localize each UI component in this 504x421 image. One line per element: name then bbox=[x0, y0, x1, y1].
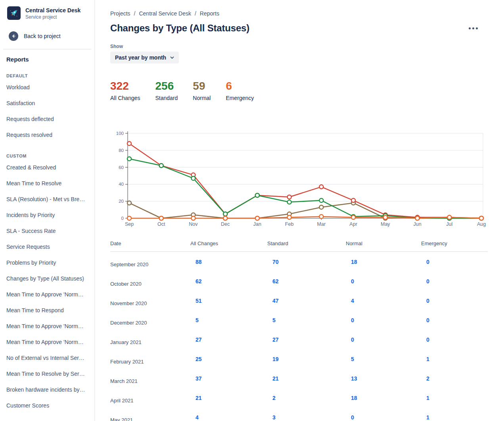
count-link[interactable]: 5 bbox=[190, 317, 199, 323]
page-title: Changes by Type (All Statuses) bbox=[110, 23, 249, 34]
sidebar-item[interactable]: Mean Time to Approve 'Norm… bbox=[6, 334, 88, 350]
count-link[interactable]: 3 bbox=[267, 414, 276, 421]
count-link[interactable]: 18 bbox=[346, 259, 357, 265]
count-link[interactable]: 1 bbox=[421, 356, 429, 362]
sidebar-item[interactable]: Mean Time to Approve 'Norm… bbox=[6, 318, 88, 334]
breadcrumb-link[interactable]: Reports bbox=[200, 10, 219, 17]
svg-text:0: 0 bbox=[121, 216, 124, 221]
data-point[interactable] bbox=[127, 201, 131, 205]
sidebar-item[interactable]: Satisfaction bbox=[6, 95, 88, 111]
count-link[interactable]: 0 bbox=[421, 278, 429, 285]
sidebar-item[interactable]: Mean Time to Approve 'Norm… bbox=[6, 286, 88, 302]
data-point[interactable] bbox=[351, 215, 355, 219]
count-link[interactable]: 37 bbox=[190, 375, 202, 382]
series-line bbox=[129, 159, 481, 218]
sidebar-item[interactable]: SLA (Resolution) - Met vs Bre… bbox=[6, 191, 88, 207]
chevron-down-icon bbox=[169, 55, 175, 60]
count-link[interactable]: 0 bbox=[346, 317, 354, 323]
count-link[interactable]: 51 bbox=[190, 298, 202, 304]
count-link[interactable]: 1 bbox=[421, 395, 429, 401]
column-header: Standard bbox=[267, 240, 346, 246]
data-point[interactable] bbox=[159, 216, 163, 220]
sidebar-item[interactable]: Requests deflected bbox=[6, 111, 88, 127]
sidebar-item[interactable]: Incidents by Priority bbox=[6, 207, 88, 223]
count-link[interactable]: 21 bbox=[190, 395, 202, 401]
data-point[interactable] bbox=[191, 216, 195, 220]
data-point[interactable] bbox=[287, 195, 291, 199]
breadcrumb-link[interactable]: Projects bbox=[110, 10, 130, 17]
data-point[interactable] bbox=[319, 205, 323, 209]
data-point[interactable] bbox=[416, 216, 420, 220]
count-link[interactable]: 25 bbox=[190, 356, 202, 362]
count-link[interactable]: 88 bbox=[190, 259, 202, 265]
count-link[interactable]: 70 bbox=[267, 259, 279, 265]
count-link[interactable]: 19 bbox=[267, 356, 279, 362]
count-link[interactable]: 27 bbox=[190, 336, 202, 343]
more-options-button[interactable] bbox=[467, 24, 479, 33]
count-link[interactable]: 47 bbox=[267, 298, 279, 304]
row-date: December 2020 bbox=[110, 320, 190, 326]
count-link[interactable]: 4 bbox=[190, 414, 199, 421]
count-link[interactable]: 27 bbox=[267, 336, 279, 343]
count-link[interactable]: 0 bbox=[421, 336, 429, 343]
data-point[interactable] bbox=[287, 215, 291, 219]
stat-value: 6 bbox=[226, 80, 254, 92]
count-link[interactable]: 0 bbox=[346, 336, 354, 343]
data-point[interactable] bbox=[159, 163, 163, 167]
count-link[interactable]: 0 bbox=[346, 414, 354, 421]
count-link[interactable]: 18 bbox=[346, 395, 357, 401]
sidebar-item[interactable]: Mean Time to Respond bbox=[6, 302, 88, 318]
data-point[interactable] bbox=[223, 212, 227, 216]
data-point[interactable] bbox=[127, 157, 131, 161]
data-point[interactable] bbox=[255, 193, 259, 197]
data-point[interactable] bbox=[319, 215, 323, 219]
data-point[interactable] bbox=[127, 142, 131, 146]
count-link[interactable]: 0 bbox=[346, 278, 354, 285]
data-point[interactable] bbox=[287, 200, 291, 204]
sidebar-item[interactable]: Mean Time to Resolve by Ser… bbox=[6, 366, 88, 382]
data-point[interactable] bbox=[479, 216, 483, 220]
count-link[interactable]: 5 bbox=[346, 356, 354, 362]
sidebar-item[interactable]: Customer Scores bbox=[6, 398, 88, 413]
data-point[interactable] bbox=[447, 215, 451, 219]
count-link[interactable]: 0 bbox=[421, 298, 429, 304]
count-link[interactable]: 2 bbox=[421, 375, 429, 382]
count-link[interactable]: 5 bbox=[267, 317, 276, 323]
period-dropdown[interactable]: Past year by month bbox=[110, 52, 179, 63]
count-link[interactable]: 2 bbox=[267, 395, 276, 401]
sidebar-item[interactable]: Created & Resolved bbox=[6, 160, 88, 175]
data-point[interactable] bbox=[223, 216, 227, 220]
report-table-body: September 20208870180October 2020626200N… bbox=[110, 252, 488, 421]
breadcrumb: Projects/Central Service Desk/Reports bbox=[110, 10, 488, 17]
sidebar-item[interactable]: Mean Time to Resolve bbox=[6, 175, 88, 191]
data-point[interactable] bbox=[319, 198, 323, 202]
back-to-project-button[interactable]: Back to project bbox=[6, 31, 88, 41]
count-link[interactable]: 21 bbox=[267, 375, 279, 382]
sidebar-item[interactable]: Problems by Priority bbox=[6, 255, 88, 271]
breadcrumb-link[interactable]: Central Service Desk bbox=[139, 10, 191, 17]
svg-text:Jun: Jun bbox=[413, 221, 421, 227]
data-point[interactable] bbox=[319, 185, 323, 189]
count-link[interactable]: 62 bbox=[267, 278, 279, 285]
sidebar-item[interactable]: No of External vs Internal Ser… bbox=[6, 350, 88, 366]
data-point[interactable] bbox=[255, 216, 259, 220]
data-point[interactable] bbox=[127, 216, 131, 220]
sidebar-item[interactable]: Broken hardware incidents by… bbox=[6, 382, 88, 398]
count-cell: 27 bbox=[190, 336, 267, 343]
count-link[interactable]: 0 bbox=[421, 317, 429, 323]
sidebar-item[interactable]: Changes by Type (All Statuses) bbox=[6, 271, 88, 286]
count-link[interactable]: 1 bbox=[421, 414, 429, 421]
svg-text:100: 100 bbox=[116, 131, 124, 136]
count-link[interactable]: 0 bbox=[421, 259, 429, 265]
count-link[interactable]: 13 bbox=[346, 375, 357, 382]
count-link[interactable]: 62 bbox=[190, 278, 202, 285]
data-point[interactable] bbox=[351, 198, 355, 202]
sidebar-item[interactable]: Workload bbox=[6, 79, 88, 95]
data-point[interactable] bbox=[191, 176, 195, 180]
sidebar-item[interactable]: Service Requests bbox=[6, 239, 88, 255]
sidebar-item[interactable]: Requests resolved bbox=[6, 127, 88, 143]
count-link[interactable]: 4 bbox=[346, 298, 354, 304]
svg-text:May: May bbox=[381, 221, 390, 227]
data-point[interactable] bbox=[383, 215, 387, 219]
sidebar-item[interactable]: SLA - Success Rate bbox=[6, 223, 88, 239]
